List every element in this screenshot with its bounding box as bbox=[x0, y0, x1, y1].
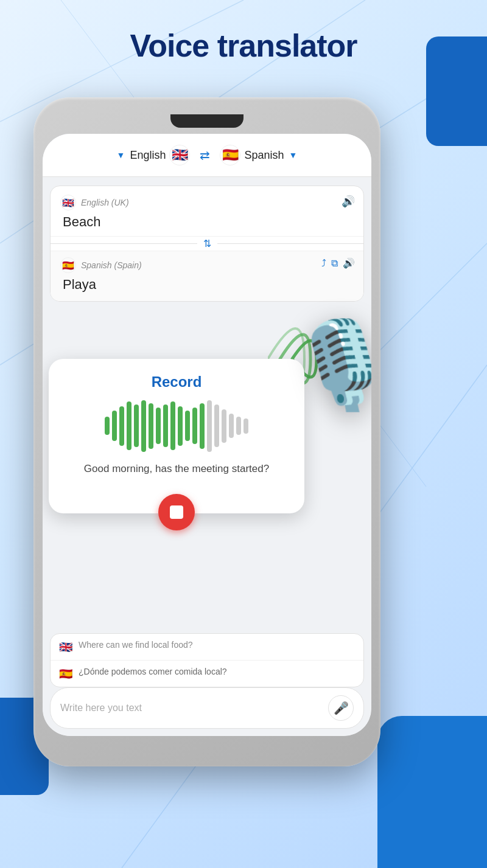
translation-target-panel: 🇪🇸 Spanish (Spain) Playa ⤴ ⧉ 🔊 bbox=[51, 251, 363, 301]
source-speaker-icon[interactable]: 🔊 bbox=[342, 195, 355, 208]
phone-notch bbox=[170, 114, 244, 128]
divider-right bbox=[217, 243, 364, 244]
copy-icon[interactable]: ⧉ bbox=[331, 258, 338, 269]
text-input-bar: Write here you text 🎤 bbox=[50, 687, 364, 729]
source-word: Beach bbox=[60, 214, 354, 230]
wave-bar-14 bbox=[207, 400, 212, 452]
record-modal: Record Good morning, has the meeting sta… bbox=[49, 359, 304, 513]
wave-bar-18 bbox=[236, 417, 241, 435]
text-input-placeholder[interactable]: Write here you text bbox=[60, 703, 322, 713]
target-dropdown-arrow[interactable]: ▼ bbox=[289, 150, 298, 160]
mic-input-button[interactable]: 🎤 bbox=[328, 695, 354, 721]
history-text-english: Where can we find local food? bbox=[79, 640, 193, 650]
stop-icon bbox=[170, 505, 183, 519]
wave-bar-1 bbox=[112, 411, 117, 441]
translation-divider: ⇅ bbox=[51, 236, 363, 251]
wave-bar-6 bbox=[149, 403, 153, 449]
wave-bar-10 bbox=[178, 406, 183, 446]
conversation-history: 🇬🇧 Where can we find local food? 🇪🇸 ¿Dón… bbox=[50, 633, 364, 687]
wave-bar-11 bbox=[185, 411, 190, 441]
divider-left bbox=[51, 243, 197, 244]
wave-bar-17 bbox=[229, 414, 234, 438]
mic-icon: 🎤 bbox=[334, 701, 349, 715]
wave-bar-16 bbox=[222, 409, 226, 443]
wave-bar-9 bbox=[170, 401, 175, 450]
target-lang-label-row: 🇪🇸 Spanish (Spain) bbox=[60, 257, 354, 273]
source-flag-small: 🇬🇧 bbox=[60, 195, 76, 210]
phone-frame: ▼ English 🇬🇧 ⇄ 🇪🇸 Spanish ▼ 🇬🇧 bbox=[33, 97, 380, 766]
action-icons: ⤴ ⧉ 🔊 bbox=[321, 257, 355, 269]
wave-bar-12 bbox=[192, 408, 197, 444]
stop-recording-button[interactable] bbox=[158, 494, 195, 530]
blue-decoration-br bbox=[377, 716, 487, 868]
swap-languages-button[interactable]: ⇄ bbox=[200, 148, 210, 162]
target-flag: 🇪🇸 bbox=[220, 145, 240, 165]
wave-bar-8 bbox=[163, 404, 168, 447]
language-selector-bar: ▼ English 🇬🇧 ⇄ 🇪🇸 Spanish ▼ bbox=[43, 134, 371, 177]
history-flag-english: 🇬🇧 bbox=[59, 641, 72, 654]
source-language-dropdown[interactable]: English 🇬🇧 bbox=[130, 145, 190, 165]
wave-bar-0 bbox=[105, 417, 110, 435]
source-dropdown-arrow[interactable]: ▼ bbox=[117, 150, 125, 160]
target-word: Playa bbox=[60, 277, 354, 293]
source-lang-label-row: 🇬🇧 English (UK) bbox=[60, 195, 354, 210]
wave-bar-15 bbox=[214, 404, 219, 447]
source-language-name: English bbox=[130, 149, 166, 162]
history-item-spanish: 🇪🇸 ¿Dónde podemos comer comida local? bbox=[51, 661, 363, 687]
wave-bar-5 bbox=[141, 400, 146, 452]
target-speaker-icon[interactable]: 🔊 bbox=[343, 257, 355, 269]
wave-bar-4 bbox=[134, 404, 139, 447]
page-title: Voice translator bbox=[0, 27, 487, 64]
source-lang-text: English (UK) bbox=[81, 198, 129, 207]
history-flag-spanish: 🇪🇸 bbox=[59, 667, 72, 681]
target-language-dropdown[interactable]: 🇪🇸 Spanish bbox=[220, 145, 284, 165]
target-flag-small: 🇪🇸 bbox=[60, 257, 76, 273]
swap-vertical-icon[interactable]: ⇅ bbox=[203, 238, 211, 249]
translation-card: 🇬🇧 English (UK) Beach 🔊 ⇅ 🇪🇸 bbox=[50, 186, 364, 302]
wave-bar-7 bbox=[156, 408, 161, 444]
target-language-name: Spanish bbox=[244, 149, 284, 162]
share-icon[interactable]: ⤴ bbox=[321, 258, 326, 269]
wave-bar-3 bbox=[127, 401, 131, 450]
translation-source-panel: 🇬🇧 English (UK) Beach 🔊 bbox=[51, 186, 363, 236]
history-text-spanish: ¿Dónde podemos comer comida local? bbox=[79, 667, 227, 676]
wave-bar-19 bbox=[244, 418, 248, 434]
phone-screen: ▼ English 🇬🇧 ⇄ 🇪🇸 Spanish ▼ 🇬🇧 bbox=[43, 134, 371, 736]
wave-bar-13 bbox=[200, 403, 205, 449]
source-flag: 🇬🇧 bbox=[169, 145, 190, 165]
app-content: ▼ English 🇬🇧 ⇄ 🇪🇸 Spanish ▼ 🇬🇧 bbox=[43, 134, 371, 736]
wave-bar-2 bbox=[119, 406, 124, 446]
target-lang-text: Spanish (Spain) bbox=[81, 260, 142, 270]
history-item-english: 🇬🇧 Where can we find local food? bbox=[51, 634, 363, 661]
record-title: Record bbox=[66, 373, 287, 391]
waveform-visualization bbox=[66, 401, 287, 450]
microphone-3d-icon: 🎙️ bbox=[289, 322, 371, 408]
record-transcription: Good morning, has the meeting started? bbox=[66, 461, 287, 477]
